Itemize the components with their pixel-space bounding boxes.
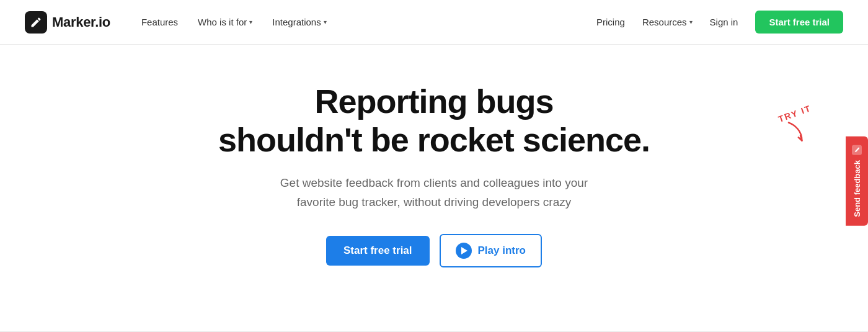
nav-pricing[interactable]: Pricing <box>596 17 625 27</box>
chevron-down-icon: ▾ <box>249 19 252 25</box>
nav-right-links: Pricing Resources ▾ Sign in Start free t… <box>596 11 843 34</box>
hero-buttons: Start free trial Play intro <box>326 234 542 267</box>
hero-headline: Reporting bugs shouldn't be rocket scien… <box>218 82 650 159</box>
hero-play-intro-button[interactable]: Play intro <box>440 234 542 267</box>
chevron-down-icon: ▾ <box>324 19 327 25</box>
play-icon <box>456 243 472 259</box>
hero-subtext: Get website feedback from clients and co… <box>260 174 608 212</box>
hero-section: Reporting bugs shouldn't be rocket scien… <box>0 45 868 292</box>
nav-features[interactable]: Features <box>141 17 178 27</box>
try-it-arrow-icon <box>780 119 810 147</box>
play-triangle-icon <box>461 247 467 254</box>
send-feedback-wrapper: Send feedback <box>846 137 868 226</box>
nav-integrations[interactable]: Integrations ▾ <box>272 17 326 27</box>
send-feedback-tab[interactable]: Send feedback <box>846 137 868 226</box>
logo-text: Marker.io <box>52 14 110 30</box>
edit-icon <box>852 145 862 155</box>
nav-sign-in[interactable]: Sign in <box>710 17 738 27</box>
nav-left-links: Features Who is it for ▾ Integrations ▾ <box>141 17 327 27</box>
hero-start-trial-button[interactable]: Start free trial <box>326 236 430 266</box>
navbar: Marker.io Features Who is it for ▾ Integ… <box>0 0 868 45</box>
try-it-annotation: TRY IT <box>777 109 812 143</box>
logo[interactable]: Marker.io <box>25 11 110 34</box>
nav-start-trial-button[interactable]: Start free trial <box>755 11 843 34</box>
nav-resources[interactable]: Resources ▾ <box>642 17 693 27</box>
logo-icon <box>25 11 47 34</box>
nav-who-is-it-for[interactable]: Who is it for ▾ <box>198 17 252 27</box>
chevron-down-icon: ▾ <box>689 19 693 25</box>
